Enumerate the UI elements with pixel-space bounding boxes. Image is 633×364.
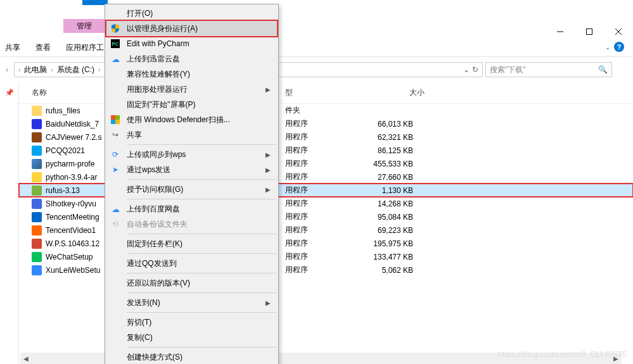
file-type: 用程序 [285, 238, 361, 249]
chevron-right-icon: › [51, 66, 53, 73]
chevron-right-icon: ▶ [265, 186, 271, 193]
svg-rect-5 [115, 115, 120, 120]
toolbar-apps[interactable]: 应用程序工 [66, 42, 104, 53]
breadcrumb-drive[interactable]: 系统盘 (C:) [57, 65, 94, 75]
menu-baidu-upload[interactable]: ☁上传到百度网盘 [106, 201, 277, 217]
ribbon-expand-icon[interactable]: ⌄ [605, 44, 610, 51]
file-size: 69,223 KB [361, 226, 413, 235]
help-icon[interactable]: ? [614, 42, 624, 52]
menu-run-as-admin[interactable]: 以管理员身份运行(A) [106, 21, 277, 36]
file-type: 用程序 [285, 172, 361, 182]
file-type: 用程序 [285, 158, 361, 169]
file-size: 62,321 KB [361, 133, 413, 142]
file-type: 用程序 [285, 185, 361, 196]
watermark: https://blog.csdn.net/m0_51140575 [498, 349, 627, 359]
file-icon [32, 225, 42, 235]
file-size: 86,125 KB [361, 146, 413, 155]
pycharm-icon: PC [109, 39, 122, 49]
minimize-button[interactable] [546, 22, 575, 41]
menu-wps-send[interactable]: ➤通过wps发送▶ [106, 162, 277, 177]
file-type: 用程序 [285, 265, 361, 275]
menu-wps-sync[interactable]: ⟳上传或同步到wps▶ [106, 147, 277, 162]
file-icon [32, 185, 42, 196]
menu-auto-backup: ⟲自动备份该文件夹 [106, 217, 277, 232]
pin-icon[interactable]: 📌 [0, 89, 18, 97]
file-icon [32, 132, 42, 142]
chevron-right-icon: ▶ [265, 299, 271, 306]
chevron-down-icon[interactable]: ⌄ [463, 65, 470, 74]
file-icon [32, 172, 42, 182]
menu-xunlei-upload[interactable]: ☁上传到迅雷云盘 [106, 51, 277, 66]
menu-pin-taskbar[interactable]: 固定到任务栏(K) [106, 236, 277, 251]
search-input[interactable]: 搜索"下载" 🔍 [485, 62, 612, 77]
menu-qq-send[interactable]: 通过QQ发送到 [106, 256, 277, 271]
file-icon [32, 212, 42, 222]
column-header-size[interactable]: 大小 [361, 87, 425, 98]
file-size: 27,660 KB [361, 173, 413, 182]
menu-graphics[interactable]: 用图形处理器运行▶ [106, 82, 277, 97]
menu-restore[interactable]: 还原以前的版本(V) [106, 275, 277, 291]
menu-pin-start[interactable]: 固定到"开始"屏幕(P) [106, 97, 277, 112]
column-header-type[interactable]: 型 [285, 87, 361, 98]
search-icon[interactable]: 🔍 [598, 65, 608, 74]
menu-cut[interactable]: 剪切(T) [106, 315, 277, 330]
file-type: 用程序 [285, 211, 361, 222]
svg-rect-7 [115, 120, 120, 124]
file-size: 455,533 KB [361, 160, 413, 168]
menu-edit-pycharm[interactable]: PCEdit with PyCharm [106, 36, 277, 51]
menu-defender[interactable]: 使用 Windows Defender扫描... [106, 112, 277, 127]
send-icon: ➤ [109, 165, 122, 175]
toolbar-share[interactable]: 共享 [5, 42, 20, 53]
shield-icon [109, 23, 122, 34]
file-size: 5,062 KB [361, 266, 413, 275]
file-icon [32, 159, 42, 169]
chevron-right-icon: ▶ [265, 86, 271, 93]
close-button[interactable] [604, 22, 633, 41]
file-icon [32, 265, 42, 275]
context-menu: 打开(O) 以管理员身份运行(A) PCEdit with PyCharm ☁上… [105, 4, 279, 364]
file-type: 用程序 [285, 118, 361, 129]
cloud-icon: ☁ [109, 54, 122, 64]
file-size: 195,975 KB [361, 239, 413, 248]
ribbon-tab-manage[interactable]: 管理 [63, 19, 105, 33]
toolbar-view[interactable]: 查看 [35, 42, 51, 53]
file-size: 66,013 KB [361, 120, 413, 129]
file-icon [32, 106, 42, 116]
file-icon [32, 146, 42, 156]
menu-compat[interactable]: 兼容性疑难解答(Y) [106, 66, 277, 82]
file-type: 用程序 [285, 145, 361, 156]
chevron-right-icon: ▶ [265, 151, 271, 158]
file-type: 用程序 [285, 225, 361, 235]
nav-back-icon[interactable]: ‹ [3, 65, 11, 74]
file-size: 95,084 KB [361, 213, 413, 222]
backup-icon: ⟲ [109, 219, 122, 229]
file-icon [32, 239, 42, 249]
chevron-right-icon: › [18, 66, 20, 73]
file-type: 用程序 [285, 251, 361, 262]
refresh-icon[interactable]: ↻ [472, 65, 478, 74]
chevron-right-icon: ▶ [265, 166, 271, 173]
breadcrumb-pc[interactable]: 此电脑 [24, 65, 47, 75]
menu-share[interactable]: ↪共享 [106, 127, 277, 142]
file-type: 用程序 [285, 132, 361, 142]
share-icon: ↪ [109, 130, 122, 140]
maximize-button[interactable] [575, 22, 604, 41]
file-icon [32, 252, 42, 262]
file-size: 133,477 KB [361, 253, 413, 261]
menu-open[interactable]: 打开(O) [106, 6, 277, 21]
svg-rect-1 [587, 29, 592, 35]
file-icon [32, 199, 42, 209]
defender-icon [109, 115, 122, 125]
menu-send-to[interactable]: 发送到(N)▶ [106, 295, 277, 310]
file-size: 14,268 KB [361, 199, 413, 208]
cloud-upload-icon: ☁ [109, 204, 122, 214]
scroll-left-icon[interactable]: ◀ [20, 353, 32, 364]
menu-copy[interactable]: 复制(C) [106, 330, 277, 345]
menu-grant-access[interactable]: 授予访问权限(G)▶ [106, 182, 277, 197]
menu-shortcut[interactable]: 创建快捷方式(S) [106, 349, 277, 364]
svg-rect-6 [111, 120, 115, 124]
svg-rect-4 [111, 115, 115, 120]
file-type: 用程序 [285, 198, 361, 209]
chevron-right-icon: › [98, 66, 100, 73]
file-type: 件夹 [285, 105, 361, 116]
